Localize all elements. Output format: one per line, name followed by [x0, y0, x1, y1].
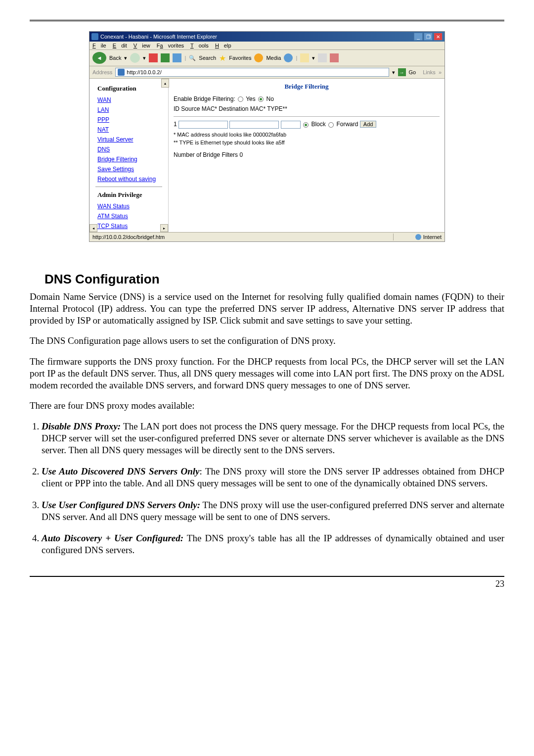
scroll-left-icon[interactable]: ◂	[89, 224, 97, 232]
forward-label: Forward	[336, 121, 358, 128]
no-label: No	[266, 95, 273, 102]
sidebar-item-wan-status[interactable]: WAN Status	[97, 203, 164, 210]
menu-favorites[interactable]: Favorites	[157, 43, 184, 48]
internet-zone-icon	[415, 234, 421, 240]
sidebar-item-lan[interactable]: LAN	[97, 106, 164, 113]
add-button[interactable]: Add	[360, 121, 377, 128]
yes-label: Yes	[246, 95, 256, 102]
status-zone: Internet	[423, 234, 442, 240]
menu-bar: File Edit View Favorites Tools Help	[89, 42, 445, 50]
go-label: Go	[409, 69, 416, 75]
paragraph-4: There are four DNS proxy modes available…	[30, 400, 504, 412]
home-button[interactable]	[173, 53, 181, 62]
back-dropdown-icon[interactable]: ▾	[124, 55, 127, 61]
section-title: DNS Configuration	[44, 272, 504, 287]
radio-no[interactable]	[258, 96, 264, 102]
page-icon	[118, 69, 125, 76]
config-heading: Configuration	[97, 85, 164, 93]
note-mac: * MAC address should looks like 000002fa…	[174, 132, 440, 138]
menu-help[interactable]: Help	[215, 43, 231, 48]
back-button[interactable]: ◄	[92, 52, 106, 64]
status-url: http://10.0.0.2/doc/bridgef.htm	[92, 234, 165, 240]
back-label: Back	[109, 55, 121, 61]
page-number: 23	[495, 579, 504, 589]
menu-view[interactable]: View	[134, 43, 150, 48]
address-input[interactable]: http://10.0.0.2/	[115, 68, 389, 77]
paragraph-3: The firmware supports the DNS proxy func…	[30, 356, 504, 391]
address-bar: Address http://10.0.0.2/ ▾ → Go Links »	[89, 66, 445, 79]
favorites-label: Favorites	[229, 55, 251, 61]
search-label: Search	[199, 55, 216, 61]
maximize-button[interactable]: ❐	[424, 33, 433, 41]
sidebar-item-bridge-filtering[interactable]: Bridge Filtering	[97, 156, 164, 163]
radio-yes[interactable]	[238, 96, 243, 102]
page-heading: Bridge Filtering	[174, 83, 440, 91]
sidebar-item-virtual-server[interactable]: Virtual Server	[97, 136, 164, 143]
sidebar-item-save-settings[interactable]: Save Settings	[97, 166, 164, 173]
address-dropdown-icon[interactable]: ▾	[392, 69, 395, 76]
history-icon[interactable]	[284, 53, 293, 62]
radio-block[interactable]	[303, 122, 309, 128]
sidebar-item-reboot[interactable]: Reboot without saving	[97, 176, 164, 183]
sidebar-item-dns[interactable]: DNS	[97, 146, 164, 153]
admin-heading: Admin Privilege	[97, 191, 164, 199]
menu-file[interactable]: File	[92, 43, 106, 48]
links-label: Links	[423, 69, 436, 75]
table-header: ID Source MAC* Destination MAC* TYPE**	[174, 105, 440, 112]
menu-edit[interactable]: Edit	[113, 43, 127, 48]
radio-forward[interactable]	[328, 122, 334, 128]
mail-icon[interactable]	[300, 53, 309, 62]
search-icon[interactable]: 🔍	[189, 55, 196, 61]
minimize-button[interactable]: _	[414, 33, 423, 41]
page-top-rule	[30, 20, 504, 21]
paragraph-2: The DNS Configuration page allows users …	[30, 335, 504, 347]
refresh-button[interactable]	[161, 53, 170, 62]
sidebar-item-wan[interactable]: WAN	[97, 96, 164, 103]
mode-list: Disable DNS Proxy: The LAN port does not…	[30, 421, 504, 556]
forward-button[interactable]	[130, 53, 140, 63]
list-item-3: Use User Configured DNS Servers Only: Th…	[42, 499, 504, 523]
window-title: Conexant - Hasbani - Microsoft Internet …	[100, 34, 217, 40]
block-label: Block	[311, 121, 325, 128]
scroll-right-icon[interactable]: ▸	[160, 224, 168, 232]
scroll-up-icon[interactable]: ▴	[161, 79, 169, 88]
forward-dropdown-icon[interactable]: ▾	[143, 55, 146, 61]
stop-button[interactable]	[149, 53, 158, 62]
status-bar: http://10.0.0.2/doc/bridgef.htm Internet	[89, 232, 445, 241]
sidebar-item-ppp[interactable]: PPP	[97, 116, 164, 123]
url-text: http://10.0.0.2/	[127, 69, 161, 75]
embedded-screenshot: Conexant - Hasbani - Microsoft Internet …	[89, 31, 445, 242]
print-icon[interactable]	[318, 53, 327, 62]
go-button[interactable]: →	[398, 68, 406, 76]
close-button[interactable]: ✕	[434, 33, 443, 41]
paragraph-1: Domain Name Service (DNS) is a service u…	[30, 291, 504, 326]
type-input[interactable]	[281, 121, 301, 129]
window-titlebar: Conexant - Hasbani - Microsoft Internet …	[89, 32, 445, 42]
toolbar: ◄ Back ▾ ▾ | 🔍 Search ★ Favorites Media …	[89, 50, 445, 66]
favorites-icon[interactable]: ★	[219, 53, 226, 63]
media-label: Media	[266, 55, 281, 61]
list-item-2: Use Auto Discovered DNS Servers Only: Th…	[42, 466, 504, 489]
filter-count: Number of Bridge Filters 0	[174, 151, 440, 158]
sidebar-item-atm-status[interactable]: ATM Status	[97, 213, 164, 220]
source-mac-input[interactable]	[178, 121, 228, 129]
list-item-4: Auto Discovery + User Configured: The DN…	[42, 532, 504, 556]
row-id: 1	[174, 121, 177, 128]
nav-sidebar: ▴ Configuration WAN LAN PPP NAT Virtual …	[89, 79, 169, 232]
page-main: Bridge Filtering Enable Bridge Filtering…	[169, 79, 445, 232]
list-item-1: Disable DNS Proxy: The LAN port does not…	[42, 421, 504, 456]
enable-label: Enable Bridge Filtering:	[174, 95, 235, 102]
mail-dropdown-icon[interactable]: ▾	[312, 55, 315, 61]
dest-mac-input[interactable]	[229, 121, 279, 129]
page-footer: 23	[30, 576, 504, 589]
ie-icon	[91, 33, 98, 40]
edit-icon[interactable]	[330, 53, 339, 62]
address-label: Address	[92, 69, 112, 75]
menu-tools[interactable]: Tools	[190, 43, 209, 48]
sidebar-item-nat[interactable]: NAT	[97, 126, 164, 133]
note-type: ** TYPE is Ethernet type should looks li…	[174, 140, 440, 145]
media-icon[interactable]	[254, 53, 263, 62]
